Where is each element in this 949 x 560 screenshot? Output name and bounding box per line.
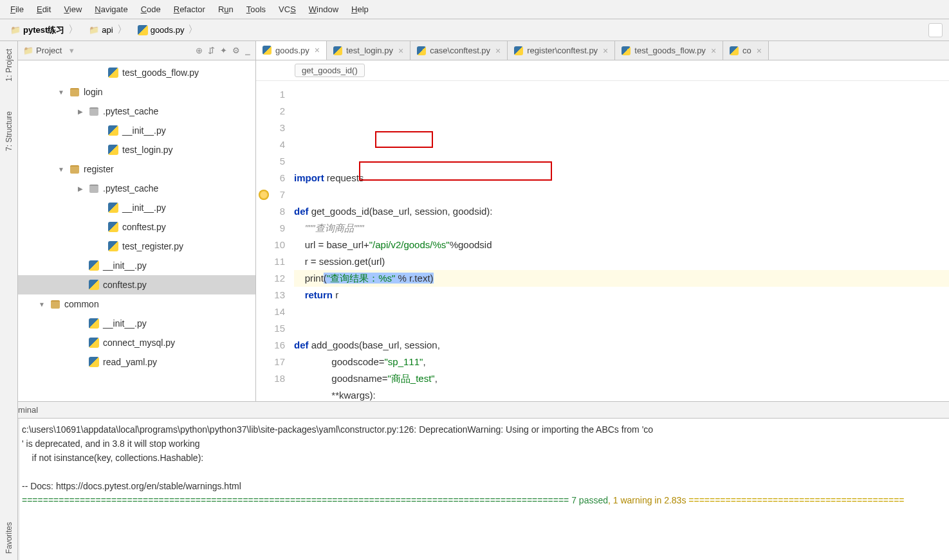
crumb-file[interactable]: goods.py 〉: [134, 21, 204, 39]
tree-arrow-icon[interactable]: ▶: [76, 185, 85, 192]
folder-icon: [89, 25, 99, 35]
tree-arrow-icon[interactable]: ▼: [37, 301, 46, 308]
tree-item-label: login: [84, 87, 103, 97]
hide-icon[interactable]: ⎯: [245, 46, 250, 55]
close-tab-icon[interactable]: ×: [315, 45, 320, 55]
breadcrumb-function: get_goods_id(): [256, 60, 949, 81]
tree-item[interactable]: test_login.py: [18, 140, 255, 159]
folder-icon: [10, 25, 21, 35]
menu-run[interactable]: Run: [213, 2, 239, 17]
close-tab-icon[interactable]: ×: [711, 46, 716, 56]
crumb-mid-label: api: [102, 25, 113, 35]
close-tab-icon[interactable]: ×: [398, 46, 403, 56]
term-line: c:\users\10691\appdata\local\programs\py…: [22, 422, 946, 437]
python-file-icon: [89, 260, 99, 271]
menu-tools[interactable]: Tools: [241, 2, 271, 17]
project-panel-header: Project ▾ ⊕ ⇵ ✦ ⚙ ⎯: [18, 41, 255, 60]
tree-item[interactable]: __init__.py: [18, 198, 255, 217]
menu-bar: File Edit View Navigate Code Refactor Ru…: [0, 0, 949, 19]
terminal-header[interactable]: Terminal: [0, 402, 949, 419]
tree-arrow-icon[interactable]: ▶: [76, 108, 85, 115]
settings-icon[interactable]: ✦: [220, 46, 227, 55]
python-file-icon: [108, 241, 118, 251]
tree-item[interactable]: conftest.py: [18, 217, 255, 237]
dropdown-icon[interactable]: ▾: [69, 46, 74, 55]
terminal-output[interactable]: c:\users\10691\appdata\local\programs\py…: [19, 419, 949, 560]
menu-edit[interactable]: Edit: [32, 2, 56, 17]
tree-item[interactable]: __init__.py: [18, 256, 255, 275]
tool-favorites[interactable]: Favorites: [3, 516, 15, 560]
python-file-icon: [108, 222, 118, 232]
tree-item-label: test_register.py: [122, 241, 183, 251]
editor-tab[interactable]: co×: [723, 41, 769, 60]
tree-item[interactable]: __init__.py: [18, 314, 255, 333]
tree-arrow-icon[interactable]: ▼: [57, 89, 66, 96]
tree-item[interactable]: __init__.py: [18, 121, 255, 140]
editor-tab[interactable]: test_goods_flow.py×: [615, 41, 723, 60]
tree-item[interactable]: ▶.pytest_cache: [18, 179, 255, 198]
crumb-root[interactable]: pytest练习 〉: [6, 21, 84, 39]
folder-hidden-icon: [89, 183, 99, 194]
python-file-icon: [333, 46, 342, 55]
nav-action-button[interactable]: [928, 23, 943, 37]
tree-item[interactable]: ▼register: [18, 159, 255, 179]
tree-item-label: .pytest_cache: [103, 106, 158, 116]
editor-tab[interactable]: goods.py×: [256, 41, 327, 60]
editor-tab[interactable]: test_login.py×: [327, 41, 410, 60]
bulb-icon[interactable]: [259, 190, 269, 200]
tab-label: goods.py: [275, 46, 309, 55]
editor-tab[interactable]: case\conftest.py×: [410, 41, 508, 60]
tree-arrow-icon[interactable]: ▼: [57, 166, 66, 173]
menu-refactor[interactable]: Refactor: [169, 2, 210, 17]
tree-item-label: read_yaml.py: [103, 357, 157, 367]
tree-item-label: __init__.py: [122, 203, 166, 213]
tool-project[interactable]: 1: Project: [3, 44, 15, 87]
tree-item[interactable]: ▼login: [18, 82, 255, 102]
folder-icon: [69, 164, 80, 174]
function-crumb[interactable]: get_goods_id(): [295, 64, 365, 77]
breadcrumb-bar: pytest练习 〉 api 〉 goods.py 〉: [0, 19, 949, 41]
tree-item[interactable]: ▼common: [18, 294, 255, 314]
python-file-icon: [138, 25, 148, 35]
folder-hidden-icon: [89, 106, 99, 116]
tool-structure[interactable]: 7: Structure: [3, 106, 15, 156]
term-line: -- Docs: https://docs.pytest.org/en/stab…: [22, 479, 946, 493]
highlight-box-1: [375, 131, 433, 148]
locate-icon[interactable]: ⊕: [196, 46, 203, 55]
tree-item-label: test_login.py: [122, 145, 173, 155]
python-file-icon: [622, 46, 631, 55]
menu-view[interactable]: View: [59, 2, 87, 17]
editor-tabs: goods.py×test_login.py×case\conftest.py×…: [256, 41, 949, 60]
close-tab-icon[interactable]: ×: [495, 46, 501, 56]
tree-item[interactable]: connect_mysql.py: [18, 333, 255, 352]
gear-icon[interactable]: ⚙: [232, 46, 240, 55]
menu-code[interactable]: Code: [136, 2, 166, 17]
editor-tab[interactable]: register\conftest.py×: [508, 41, 615, 60]
terminal-panel: Terminal + ✕ c:\users\10691\appdata\loca…: [0, 401, 949, 560]
tree-item[interactable]: test_register.py: [18, 237, 255, 256]
tree-item[interactable]: test_goods_flow.py: [18, 63, 255, 82]
python-file-icon: [108, 203, 118, 213]
tree-item-label: conftest.py: [103, 280, 147, 290]
chevron-icon: 〉: [68, 23, 78, 37]
close-tab-icon[interactable]: ×: [603, 46, 608, 56]
close-tab-icon[interactable]: ×: [757, 46, 762, 56]
tree-item[interactable]: read_yaml.py: [18, 352, 255, 372]
menu-help[interactable]: Help: [346, 2, 374, 17]
tree-item[interactable]: conftest.py: [18, 275, 255, 294]
python-file-icon: [263, 46, 272, 55]
menu-file[interactable]: File: [5, 2, 29, 17]
python-file-icon: [108, 125, 118, 136]
menu-vcs[interactable]: VCS: [273, 2, 301, 17]
menu-navigate[interactable]: Navigate: [89, 2, 133, 17]
python-file-icon: [89, 318, 99, 329]
collapse-icon[interactable]: ⇵: [208, 46, 215, 55]
menu-window[interactable]: Window: [304, 2, 344, 17]
folder-icon: [23, 46, 33, 56]
tree-item[interactable]: ▶.pytest_cache: [18, 102, 255, 121]
term-summary: ========================================…: [22, 493, 946, 507]
python-file-icon: [108, 68, 118, 78]
tree-item-label: conftest.py: [122, 222, 166, 232]
tab-label: case\conftest.py: [430, 46, 490, 55]
crumb-mid[interactable]: api 〉: [85, 21, 132, 39]
